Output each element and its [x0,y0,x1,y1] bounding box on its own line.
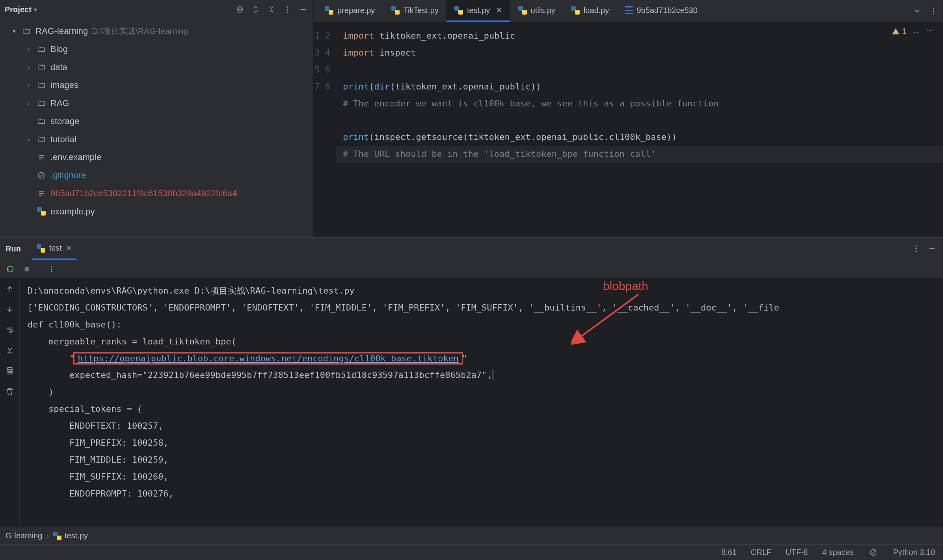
text-file-icon [36,152,46,162]
crumb-item[interactable]: test.py [65,531,88,540]
folder-label: Blog [50,40,68,58]
chevron-down-icon[interactable]: ▾ [34,6,37,13]
soft-wrap-icon[interactable] [4,324,16,336]
svg-line-34 [579,294,638,338]
run-tool-window: Run test ✕ [0,237,943,527]
clear-all-icon[interactable] [4,385,16,398]
project-tree[interactable]: ▾ RAG-learning D:\项目实战\RAG-learning ›Blo… [0,19,313,220]
svg-point-4 [286,9,288,10]
line-gutter: 1 2 3 4 5 6 7 8 [314,22,336,237]
svg-point-25 [51,271,52,272]
print-icon[interactable] [4,365,16,377]
expand-all-icon[interactable] [250,4,261,15]
down-stack-icon[interactable] [4,303,16,316]
console-line: D:\anaconda\envs\RAG\python.exe D:\项目实战\… [28,286,355,296]
url-link[interactable]: https://openaipublic.blob.core.windows.n… [78,353,459,363]
tree-folder-rag[interactable]: ›RAG [0,94,313,112]
line-separator[interactable]: CRLF [751,548,771,557]
more-icon[interactable] [282,4,293,15]
console-output[interactable]: D:\anaconda\envs\RAG\python.exe D:\项目实战\… [20,279,943,527]
up-stack-icon[interactable] [4,283,16,295]
run-side-toolbar [0,279,20,527]
root-name: RAG-learning [35,22,88,40]
collapse-all-icon[interactable] [266,4,277,15]
tab-diff[interactable]: 9b5ad71b2ce530 [617,0,706,22]
tab-prepare[interactable]: prepare.py [317,0,383,22]
console-line: ) [28,387,54,397]
file-label: .gitignore [50,166,86,184]
tree-file-hash[interactable]: 9b5ad71b2ce5302211f9c61530b329a4922fc6a4 [0,184,313,203]
crumb-item[interactable]: G-learning [6,531,42,540]
stop-icon[interactable] [20,263,33,275]
console-line: def cl100k_base(): [28,320,121,329]
svg-point-16 [933,10,934,11]
run-tab-test[interactable]: test ✕ [32,238,76,260]
readonly-toggle-icon[interactable] [868,547,879,558]
console-line: FIM_PREFIX: 100258, [28,438,169,448]
run-tab-label: test [49,244,62,253]
python-file-icon [53,532,61,540]
file-label: example.py [50,203,95,221]
chevron-right-icon: › [28,97,35,110]
tab-label: prepare.py [337,6,375,15]
root-path: D:\项目实战\RAG-learning [92,22,188,40]
folder-icon [36,62,46,72]
tree-folder-storage[interactable]: storage [0,112,313,130]
svg-point-19 [915,248,917,249]
tree-root[interactable]: ▾ RAG-learning D:\项目实战\RAG-learning [0,22,313,40]
hide-panel-icon[interactable] [298,4,309,15]
console-line: ENDOFPROMPT: 100276, [28,489,174,499]
console-line: expected_hash="223921b76ee99bde995b7ff73… [28,370,492,380]
code-content[interactable]: import tiktoken_ext.openai_public import… [336,22,943,237]
folder-icon [36,44,46,54]
code-editor[interactable]: 1 ︿ ﹀ 1 2 3 4 5 6 7 8 import tiktoken_ex… [314,22,943,237]
scroll-to-end-icon[interactable] [4,344,16,357]
more-icon[interactable] [911,243,922,254]
chevron-right-icon: › [28,133,35,146]
tree-file-gitignore[interactable]: .gitignore [0,166,313,184]
project-title[interactable]: Project [5,5,32,14]
chevron-right-icon: › [28,61,35,74]
navigation-bar[interactable]: G-learning › test.py [0,527,943,544]
svg-point-18 [915,246,917,247]
tab-label: utils.py [531,6,555,15]
svg-point-23 [51,266,52,267]
console-line: FIM_SUFFIX: 100260, [28,472,169,482]
python-file-icon [391,6,400,15]
folder-icon [36,98,46,108]
tab-load[interactable]: load.py [563,0,617,22]
more-icon[interactable] [45,263,58,275]
hide-panel-icon[interactable] [926,243,937,254]
svg-point-17 [933,13,934,14]
indent-setting[interactable]: 4 spaces [822,548,854,557]
project-tool-window: Project ▾ ▾ RAG-learning D:\项目实战\RAG-lea… [0,0,314,237]
tab-test[interactable]: test.py✕ [446,0,510,22]
svg-rect-33 [8,372,11,374]
tab-tiktest[interactable]: TikTest.py [383,0,446,22]
more-icon[interactable] [928,6,939,17]
tree-folder-data[interactable]: ›data [0,58,313,76]
text-file-icon [36,188,46,199]
tree-folder-tutorial[interactable]: ›tutorial [0,130,313,149]
select-opened-file-icon[interactable] [234,4,246,15]
svg-point-3 [286,6,288,7]
tab-utils[interactable]: utils.py [510,0,563,22]
tree-file-example[interactable]: example.py [0,203,313,221]
tree-file-env[interactable]: .env.example [0,148,313,166]
tab-label: test.py [467,6,490,15]
console-line: " [28,353,74,363]
project-header: Project ▾ [0,0,313,19]
show-tabs-dropdown-icon[interactable] [911,6,923,17]
close-tab-icon[interactable]: ✕ [496,6,502,15]
svg-line-36 [871,550,876,554]
run-toolbar [0,260,943,279]
caret-position[interactable]: 8:61 [721,548,737,557]
file-encoding[interactable]: UTF-8 [786,548,808,557]
close-tab-icon[interactable]: ✕ [66,244,72,253]
console-line: mergeable_ranks = load_tiktoken_bpe( [28,337,236,346]
tree-folder-images[interactable]: ›images [0,76,313,94]
rerun-icon[interactable] [4,263,17,275]
tree-folder-blog[interactable]: ›Blog [0,40,313,58]
python-interpreter[interactable]: Python 3.10 [893,548,935,557]
python-file-icon [518,6,527,15]
